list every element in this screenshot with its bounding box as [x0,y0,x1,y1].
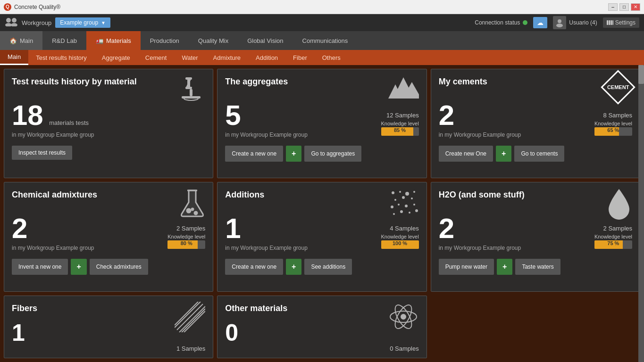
additions-count: 1 [225,213,241,244]
pump-water-button[interactable]: Pump new water [439,259,494,275]
workgroup-icon [5,17,18,29]
svg-point-36 [400,210,403,213]
add-water-button[interactable]: + [497,259,512,275]
add-cement-button[interactable]: + [496,146,511,162]
additions-knowledge-bar-container: 100 % [381,240,419,249]
nav-item-main[interactable]: 🏠 Main [0,31,42,50]
water-buttons: Pump new water + Taste waters [439,259,632,275]
card-other-materials: Other materials 0 0 Samples [217,296,427,358]
create-aggregate-button[interactable]: Create a new one [225,146,283,162]
aggregates-count: 5 [225,99,241,131]
card-admixtures: Chemical admixtures 2 Samples Knowledge … [4,182,213,291]
sub-nav-addition[interactable]: Addition [248,50,285,65]
admixtures-knowledge-text: 80 % [167,240,205,246]
other-materials-stats-partial: 0 Samples [390,345,418,352]
water-samples: 2 Samples [594,225,632,232]
flask-icon [179,188,205,223]
invent-admixture-button[interactable]: Invent a new one [12,259,68,275]
water-knowledge-text: 75 % [594,240,632,246]
sub-nav-water[interactable]: Water [174,50,205,65]
card-admixtures-title: Chemical admixtures [12,190,205,200]
settings-button[interactable]: Settings [603,17,639,28]
svg-point-38 [415,209,418,212]
water-count: 2 [439,213,454,244]
admixtures-knowledge-label: Knowledge level [167,234,205,239]
connection-status: Connection status [475,19,527,26]
admixtures-buttons: Invent a new one + Check admixtures [12,259,205,275]
svg-point-26 [405,192,409,196]
card-cements: My cements CEMENT 8 Samples Knowledge le… [431,69,640,178]
top-bar-right: Connection status ☁ Usuario (4) Settings [475,16,639,29]
scrollbar[interactable] [638,65,644,362]
sub-nav-aggregate[interactable]: Aggregate [94,50,138,65]
admixtures-count: 2 [12,213,27,244]
cements-buttons: Create new One + Go to cements [439,146,632,162]
inspect-test-results-button[interactable]: Inspect test results [12,146,72,160]
card-aggregates: The aggregates 12 Samples Knowledge leve… [217,69,427,178]
go-to-aggregates-button[interactable]: Go to aggregates [304,146,361,162]
taste-waters-button[interactable]: Taste waters [515,259,560,275]
app-title: Concrete Quality® [14,4,608,10]
nav-item-communications[interactable]: Communications [293,31,358,50]
svg-point-33 [405,205,408,207]
svg-point-3 [11,23,17,26]
maximize-button[interactable]: □ [619,3,629,11]
nav-item-globalvision[interactable]: Global Vision [238,31,293,50]
fibers-samples: 1 Samples [176,345,205,352]
test-description: in my Workgroup Example group [12,132,205,138]
add-aggregate-button[interactable]: + [286,146,301,162]
sub-nav-testresults[interactable]: Test results history [28,50,94,65]
svg-rect-9 [612,20,613,25]
admixtures-samples: 2 Samples [167,225,205,232]
svg-point-34 [413,204,415,206]
workgroup-label: Workgroup [22,19,51,26]
svg-point-24 [392,191,394,194]
sub-nav-fiber[interactable]: Fiber [285,50,315,65]
workgroup-dropdown[interactable]: Example group ▼ [55,17,110,28]
card-water-title: H2O (and some stuff) [439,190,632,200]
add-admixture-button[interactable]: + [71,259,86,275]
scrollbar-thumb[interactable] [638,65,644,84]
aggregates-knowledge-text: 85 % [381,127,419,133]
close-button[interactable]: ✕ [631,3,640,11]
home-icon: 🏠 [9,37,17,44]
additions-stats: 4 Samples Knowledge level 100 % [381,225,419,249]
cloud-button[interactable]: ☁ [533,17,547,28]
window-controls[interactable]: – □ ✕ [608,3,640,11]
sub-nav-others[interactable]: Others [315,50,348,65]
aggregates-buttons: Create a new one + Go to aggregates [225,146,418,162]
sub-nav-admixture[interactable]: Admixture [206,50,249,65]
sub-nav-main[interactable]: Main [0,50,28,65]
nav-item-qualitymix[interactable]: Quality Mix [189,31,238,50]
add-addition-button[interactable]: + [286,259,301,275]
svg-point-27 [413,191,415,193]
svg-rect-6 [607,20,608,25]
card-test-results-title: Test results history by material [12,77,205,87]
go-to-cements-button[interactable]: Go to cements [514,146,564,162]
svg-point-32 [398,204,400,206]
svg-line-44 [184,311,205,332]
create-cement-button[interactable]: Create new One [439,146,493,162]
test-count: 18 [12,99,43,131]
avatar [553,16,566,29]
cements-knowledge-bar-container: 65 % [594,127,632,136]
aggregates-stats: 12 Samples Knowledge level 85 % [381,112,419,136]
sub-nav-cement[interactable]: Cement [138,50,175,65]
other-materials-samples: 0 Samples [390,345,418,352]
svg-point-21 [187,209,191,213]
create-addition-button[interactable]: Create a new one [225,259,283,275]
top-bar: Workgroup Example group ▼ Connection sta… [0,14,644,31]
additions-knowledge-label: Knowledge level [381,234,419,239]
additions-buttons: Create a new one + See additions [225,259,418,275]
materials-tests-label: materials tests [49,119,89,126]
svg-point-0 [6,18,11,23]
nav-item-production[interactable]: Production [141,31,189,50]
nav-item-materials[interactable]: 🚛 Materials [86,31,141,50]
see-additions-button[interactable]: See additions [304,259,352,275]
svg-point-5 [556,24,563,27]
nav-item-rnd[interactable]: R&D Lab [42,31,86,50]
minimize-button[interactable]: – [608,3,618,11]
svg-rect-8 [611,20,612,25]
check-admixtures-button[interactable]: Check admixtures [90,259,148,275]
water-knowledge-label: Knowledge level [594,234,632,239]
